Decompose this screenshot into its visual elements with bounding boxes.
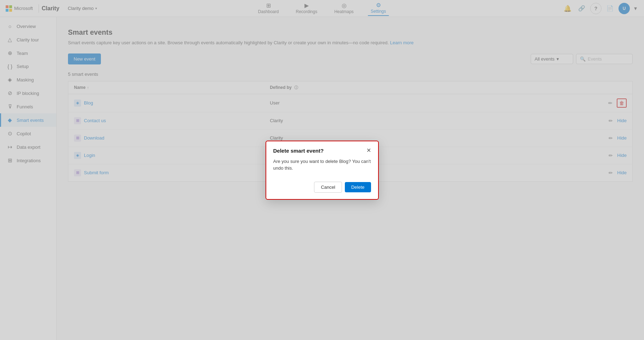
delete-dialog: Delete smart event? ✕ Are you sure you w… [266, 141, 379, 200]
dialog-title: Delete smart event? [273, 148, 324, 154]
delete-button[interactable]: Delete [345, 182, 371, 192]
overlay: Delete smart event? ✕ Are you sure you w… [0, 0, 644, 340]
dialog-close-button[interactable]: ✕ [366, 148, 371, 153]
dialog-header: Delete smart event? ✕ [266, 141, 378, 158]
dialog-body: Are you sure you want to delete Blog? Yo… [266, 158, 378, 177]
dialog-footer: Cancel Delete [266, 177, 378, 199]
cancel-button[interactable]: Cancel [314, 182, 342, 193]
